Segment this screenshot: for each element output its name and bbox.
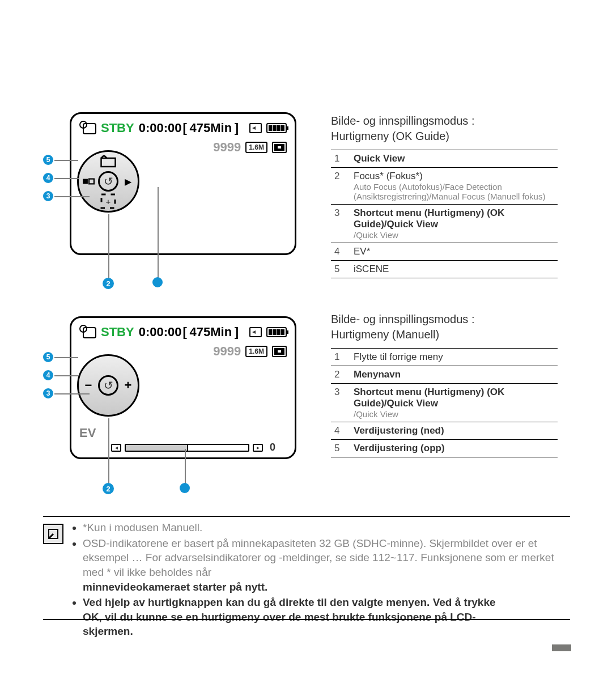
note-item: Ved hjelp av hurtigknappen kan du gå dir… — [83, 595, 571, 639]
camcorder-icon — [79, 122, 96, 134]
notes-block: *Kun i modusen Manuell. OSD-indikatorene… — [73, 520, 571, 640]
lcd-top-bar: STBY 0:00:00 475Min — [71, 325, 295, 340]
slider-right-icon[interactable]: ▸ — [253, 444, 263, 452]
ev-label: EV — [79, 426, 96, 440]
card-icon — [249, 123, 262, 133]
lcd-second-row: 9999 1.6M — [213, 140, 287, 155]
card-icon — [249, 327, 262, 337]
camcorder-icon — [79, 326, 96, 338]
photo-count: 9999 — [213, 344, 241, 359]
ok-center[interactable]: ↺ — [98, 171, 118, 192]
table-row: 5Verdijustering (opp) — [331, 440, 558, 457]
table-row: 3Shortcut menu (Hurtigmeny) (OK Guide)/Q… — [331, 205, 558, 243]
lcd-screen-2: STBY 0:00:00 475Min 9999 1.6M − + ↺ EV ◂… — [70, 316, 296, 459]
table-row: 3Shortcut menu (Hurtigmeny) (OK Guide)/Q… — [331, 384, 558, 422]
table-row: 2Menynavn — [331, 366, 558, 384]
callout-4: 4 — [43, 370, 53, 380]
lcd-second-row: 9999 1.6M — [213, 344, 287, 359]
control-wheel[interactable]: ▶ + ↺ — [77, 150, 139, 213]
leader-line — [54, 375, 79, 376]
caption-guide: Bilde- og innspillingsmodus : Hurtigmeny… — [331, 113, 474, 144]
time-remaining: 475Min — [186, 121, 236, 135]
battery-icon — [266, 327, 287, 337]
callout-dot — [180, 483, 190, 493]
scene-icon[interactable] — [100, 155, 117, 168]
table-manual: 1Flytte til forrige meny 2Menynavn 3Shor… — [331, 348, 558, 457]
table-row: 1Quick View — [331, 150, 558, 168]
play-icon[interactable]: ▶ — [122, 173, 134, 190]
callout-2: 2 — [103, 278, 114, 289]
svg-rect-1 — [83, 179, 88, 184]
svg-rect-2 — [89, 179, 94, 184]
callout-dot — [152, 277, 163, 287]
callout-5: 5 — [43, 155, 53, 165]
callout-2: 2 — [103, 483, 114, 494]
slider-track[interactable] — [125, 444, 249, 452]
time-remaining: 475Min — [186, 325, 236, 340]
leader-line — [54, 393, 90, 394]
svg-rect-0 — [101, 158, 116, 167]
leader-line — [54, 196, 90, 197]
caption-line: Hurtigmeny (OK Guide) — [331, 130, 449, 142]
resolution-badge: 1.6M — [245, 142, 267, 153]
page-number-bar — [552, 644, 571, 651]
callout-5: 5 — [43, 352, 53, 362]
caption-line: Bilde- og innspillingsmodus : — [331, 114, 474, 127]
callout-4: 4 — [43, 173, 53, 183]
leader-line — [108, 418, 109, 486]
resolution-badge: 1.6M — [245, 346, 267, 357]
table-row: 2Focus* (Fokus*)Auto Focus (Autofokus)/F… — [331, 168, 558, 205]
table-row: 4Verdijustering (ned) — [331, 422, 558, 440]
note-item: OSD-indikatorene er basert på minnekapas… — [83, 536, 571, 595]
leader-line — [185, 449, 186, 486]
ev-icon[interactable] — [82, 173, 95, 190]
focus-icon[interactable]: + — [100, 195, 117, 207]
minus-button[interactable]: − — [82, 377, 95, 394]
ok-center[interactable]: ↺ — [98, 375, 118, 396]
timecode: 0:00:00 — [139, 325, 182, 340]
slider-left-icon[interactable]: ◂ — [111, 444, 121, 452]
table-row: 4EV* — [331, 243, 558, 261]
control-wheel[interactable]: − + ↺ — [77, 354, 139, 417]
ev-value: 0 — [270, 442, 275, 453]
callout-3: 3 — [43, 191, 53, 201]
caption-line: Bilde- og innspillingsmodus : — [331, 313, 474, 325]
table-guide: 1Quick View 2Focus* (Fokus*)Auto Focus (… — [331, 150, 558, 278]
leader-line — [54, 178, 79, 179]
caption-manual: Bilde- og innspillingsmodus : Hurtigmeny… — [331, 312, 474, 342]
note-item: *Kun i modusen Manuell. — [83, 520, 571, 535]
thumbnail-icon — [272, 346, 287, 357]
photo-count: 9999 — [213, 140, 241, 155]
plus-button[interactable]: + — [122, 377, 134, 394]
leader-line — [54, 357, 78, 358]
thumbnail-icon — [272, 142, 287, 153]
battery-icon — [266, 123, 287, 133]
caption-line: Hurtigmeny (Manuell) — [331, 328, 439, 341]
status-text: STBY — [101, 121, 134, 135]
table-row: 1Flytte til forrige meny — [331, 349, 558, 366]
note-icon — [43, 524, 63, 544]
svg-text:+: + — [106, 197, 111, 206]
status-text: STBY — [101, 325, 134, 340]
lcd-top-bar: STBY 0:00:00 475Min — [71, 121, 295, 135]
timecode: 0:00:00 — [139, 121, 182, 135]
leader-line — [54, 160, 78, 161]
callout-3: 3 — [43, 388, 53, 398]
lcd-screen-1: STBY 0:00:00 475Min 9999 1.6M ▶ + ↺ — [70, 112, 296, 255]
leader-line — [108, 214, 109, 281]
leader-line — [158, 187, 159, 281]
table-row: 5iSCENE — [331, 261, 558, 278]
ev-slider[interactable]: ◂ ▸ 0 — [111, 442, 275, 453]
